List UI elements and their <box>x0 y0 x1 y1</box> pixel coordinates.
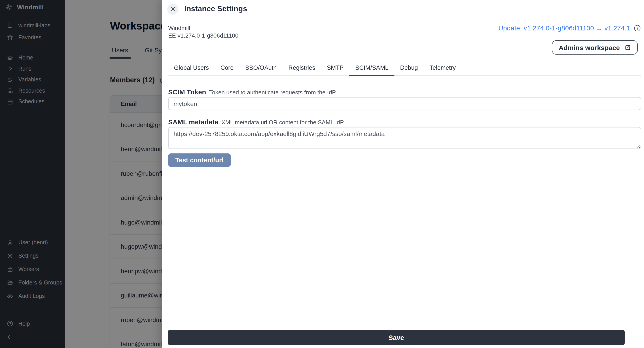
version-line: EE v1.274.0-1-g806d11100 <box>168 32 238 39</box>
external-link-icon <box>624 44 631 51</box>
update-info-icon[interactable]: i <box>634 25 640 31</box>
admins-workspace-label: Admins workspace <box>559 44 620 51</box>
tab-registries[interactable]: Registries <box>283 62 321 75</box>
settings-tabs: Global Users Core SSO/OAuth Registries S… <box>168 62 641 76</box>
tab-sso-oauth[interactable]: SSO/OAuth <box>240 62 283 75</box>
instance-settings-drawer: Instance Settings Windmill EE v1.274.0-1… <box>162 0 644 348</box>
version-block: Windmill EE v1.274.0-1-g806d11100 <box>168 24 238 39</box>
tab-debug[interactable]: Debug <box>394 62 424 75</box>
save-button[interactable]: Save <box>168 330 625 345</box>
tab-global-users[interactable]: Global Users <box>168 62 215 75</box>
saml-metadata-label: SAML metadata <box>168 118 218 126</box>
product-name: Windmill <box>168 24 238 32</box>
tab-scim-saml[interactable]: SCIM/SAML <box>350 62 394 75</box>
close-icon <box>170 6 176 12</box>
scim-token-input[interactable] <box>168 97 641 110</box>
scim-token-description: Token used to authenticate requests from… <box>209 89 336 96</box>
scim-token-label: SCIM Token <box>168 88 206 96</box>
drawer-header: Instance Settings <box>162 0 644 18</box>
saml-metadata-description: XML metadata url OR content for the SAML… <box>222 119 344 126</box>
app-root: Windmill windmill-labs Favorites <box>0 0 644 348</box>
tab-core[interactable]: Core <box>215 62 240 75</box>
tab-smtp[interactable]: SMTP <box>321 62 350 75</box>
drawer-body: Windmill EE v1.274.0-1-g806d11100 Update… <box>162 18 644 348</box>
close-button[interactable] <box>167 3 178 14</box>
tab-telemetry[interactable]: Telemetry <box>424 62 462 75</box>
drawer-title: Instance Settings <box>184 4 247 14</box>
update-link[interactable]: Update: v1.274.0-1-g806d11100 → v1.274.1 <box>498 24 630 32</box>
admins-workspace-button[interactable]: Admins workspace <box>552 40 638 54</box>
test-content-url-button[interactable]: Test content/url <box>168 154 230 167</box>
saml-metadata-input[interactable] <box>168 127 641 149</box>
